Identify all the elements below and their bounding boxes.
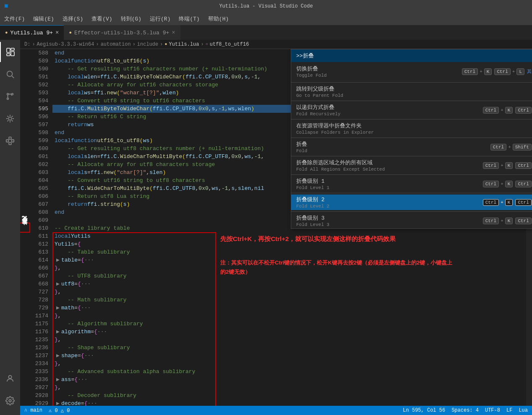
svg-point-15	[8, 376, 11, 379]
breadcrumb-file-icon: ●	[164, 42, 167, 47]
status-eol: LF	[506, 407, 512, 413]
svg-rect-0	[7, 48, 10, 52]
menu-fold-recursive[interactable]: 以递归方式折叠 Fold Recursively Ctrl+K Ctrl+[	[291, 102, 532, 118]
code-line-2927: },	[52, 384, 526, 392]
linenum-592: 592	[29, 81, 48, 89]
fold-arrow-2336[interactable]: ▶	[55, 376, 61, 384]
menu-fold-except-label: 折叠除所选区域之外的所有区域 Fold All Regions Except S…	[296, 159, 385, 172]
linenum-594: 594	[29, 97, 48, 105]
linenum-605: 605	[29, 184, 48, 192]
tab-yutils[interactable]: ● Yutils.lua 9+ ×	[0, 25, 64, 40]
linenum-599: 599	[29, 137, 48, 145]
title-bar-left: ■	[4, 3, 8, 10]
menu-fold-level2[interactable]: 折叠级别 2 Fold Level 2 Ctrl+K Ctrl+2	[291, 195, 532, 210]
fold-arrow-614[interactable]: ▶	[55, 256, 61, 264]
activity-git[interactable]	[0, 86, 20, 106]
menu-fold-level1-shortcut: Ctrl+K Ctrl+1	[483, 181, 532, 187]
fold-arrow-668[interactable]: ▶	[55, 280, 61, 288]
activity-extensions[interactable]	[0, 131, 20, 151]
menu-fold-recursive-label: 以递归方式折叠 Fold Recursively	[296, 104, 341, 117]
svg-rect-3	[7, 54, 10, 56]
menu-collapse-folders[interactable]: 在资源管理器中折叠文件夹 Collapse Folders in Explore…	[291, 121, 532, 136]
title-bar-center: Yutils.lua - Visual Studio Code	[219, 3, 313, 9]
editor-area: D: › Aegisub-3.3.3-win64 › automation › …	[20, 40, 532, 415]
line-numbers: 588 589 590 591 592 593 594 595 596 597 …	[29, 49, 52, 406]
code-line-666: },	[52, 264, 526, 272]
tab-yutils-close[interactable]: ×	[55, 29, 59, 36]
status-bar: ⑃ main ⚠ 0 △ 0 Ln 595, Col 56 Spaces: 4 …	[20, 406, 532, 415]
menu-fold-shortcut: Ctrl+Shift+[	[490, 144, 532, 150]
menu-fold-level3[interactable]: 折叠级别 3 Fold Level 3 Ctrl+K Ctrl+3	[291, 213, 532, 228]
linenum-589: 589	[29, 57, 48, 65]
menu-toggle-fold-shortcut: Ctrl+K Ctrl+L 其他命令	[462, 68, 532, 75]
menu-terminal[interactable]: 终端(T)	[175, 13, 203, 25]
menu-fold-except[interactable]: 折叠除所选区域之外的所有区域 Fold All Regions Except S…	[291, 158, 532, 173]
menu-run[interactable]: 运行(R)	[146, 13, 175, 25]
context-menu[interactable]: >>折叠 切换折叠 Toggle Fold Ctrl+K Ctrl+L 其他命令	[291, 49, 532, 229]
fold-arrow-2929[interactable]: ▶	[55, 399, 61, 406]
linenum-602: 602	[29, 161, 48, 169]
linenum-600: 600	[29, 145, 48, 153]
left-annotation-bar: 注意行号变化	[20, 49, 29, 406]
menu-parent-fold[interactable]: 跳转到父级折叠 Go to Parent Fold	[291, 84, 532, 99]
activity-account[interactable]	[0, 368, 20, 389]
activity-explorer[interactable]	[0, 42, 20, 62]
code-line-2335: -- Advanced substation alpha sublibrary	[52, 368, 526, 376]
menu-select[interactable]: 选择(S)	[58, 13, 87, 25]
window-title: Yutils.lua - Visual Studio Code	[219, 3, 313, 9]
breadcrumb-func-icon: ○	[206, 42, 208, 47]
linenum-601: 601	[29, 153, 48, 161]
menu-edit[interactable]: 编辑(E)	[29, 13, 58, 25]
linenum-668: 668	[29, 280, 48, 288]
title-bar: ■ Yutils.lua - Visual Studio Code	[0, 0, 532, 13]
svg-point-8	[7, 98, 9, 100]
tab-effector-close[interactable]: ×	[172, 29, 175, 36]
svg-line-5	[12, 76, 14, 78]
editor-content[interactable]: 注意行号变化 588 589 590 591 592 593 594 595 5…	[20, 49, 532, 406]
code-line-668: ▶utf8 = {···	[52, 280, 526, 288]
menu-help[interactable]: 帮助(H)	[204, 13, 233, 25]
activity-debug[interactable]	[0, 109, 20, 129]
fold-arrow-1237[interactable]: ▶	[55, 352, 61, 360]
code-line-614: ▶table = {···	[52, 256, 526, 264]
menu-parent-fold-label: 跳转到父级折叠 Go to Parent Fold	[296, 85, 343, 98]
svg-rect-2	[11, 52, 14, 56]
svg-rect-13	[9, 143, 11, 145]
linenum-596: 596	[29, 113, 48, 121]
activity-bar-bottom	[0, 368, 20, 415]
tab-effector-label: Effector-utils-lib-3.5.lua 9+	[74, 30, 169, 36]
status-errors: ⚠ 0 △ 0	[49, 407, 70, 414]
breadcrumb-yutils: Yutils.lua	[169, 42, 199, 47]
breadcrumb-automation: automation	[101, 42, 131, 47]
menu-fold-recursive-shortcut: Ctrl+K Ctrl+[	[483, 107, 532, 114]
svg-point-10	[8, 117, 11, 120]
code-line-2334: },	[52, 360, 526, 368]
tab-yutils-label: Yutils.lua 9+	[10, 30, 53, 36]
menu-fold-level1[interactable]: 折叠级别 1 Fold Level 1 Ctrl+K Ctrl+1	[291, 176, 532, 192]
menu-divider-4	[291, 137, 532, 138]
breadcrumb-aegisub: Aegisub-3.3.3-win64	[37, 42, 94, 47]
fold-arrow-1176[interactable]: ▶	[55, 328, 61, 336]
linenum-2334: 2334	[29, 360, 48, 368]
menu-file[interactable]: 文件(F)	[0, 13, 29, 25]
tab-effector[interactable]: ● Effector-utils-lib-3.5.lua 9+ ×	[64, 25, 180, 40]
menu-goto[interactable]: 转到(G)	[117, 13, 146, 25]
code-line-1236: -- Shape sublibrary	[52, 344, 526, 352]
linenum-608: 608	[29, 208, 48, 216]
menu-view[interactable]: 查看(V)	[87, 13, 116, 25]
fold-arrow-729[interactable]: ▶	[55, 304, 61, 312]
code-line-1175: -- Algorithm sublibrary	[52, 320, 526, 328]
code-line-1174: },	[52, 312, 526, 320]
menu-fold[interactable]: 折叠 Fold Ctrl+Shift+[	[291, 139, 532, 155]
menu-fold-label: 折叠 Fold	[296, 140, 307, 153]
menu-bar: 文件(F) 编辑(E) 选择(S) 查看(V) 转到(G) 运行(R) 终端(T…	[0, 13, 532, 25]
activity-search[interactable]	[0, 64, 20, 84]
code-line-2928: -- Decoder sublibrary	[52, 392, 526, 399]
menu-divider-5	[291, 156, 532, 156]
breadcrumb-func: utf8_to_utf16	[210, 42, 249, 47]
activity-settings[interactable]	[0, 391, 20, 411]
menu-toggle-fold[interactable]: 切换折叠 Toggle Fold Ctrl+K Ctrl+L 其他命令	[291, 64, 532, 79]
other-commands-link[interactable]: 其他命令	[527, 68, 532, 75]
code-line-1176: ▶algorithm = {···	[52, 328, 526, 336]
svg-rect-11	[6, 140, 9, 142]
